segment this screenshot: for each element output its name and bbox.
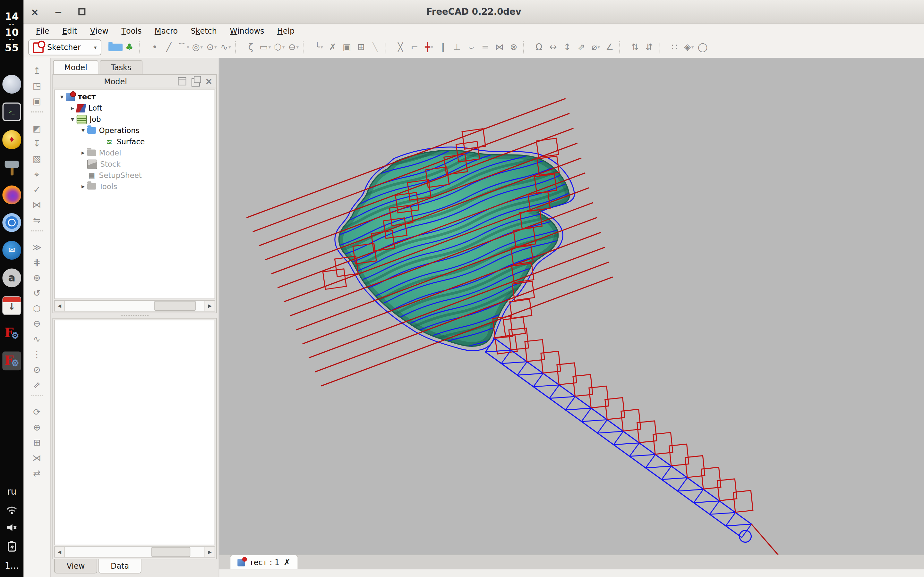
extend-edge-icon[interactable]: ▣ [340, 40, 354, 55]
create-polyline-icon[interactable]: ζ [244, 40, 258, 55]
tab-data[interactable]: Data [98, 559, 141, 574]
tree-row[interactable]: ▼ тест [55, 91, 215, 103]
constraint-symmetry-icon[interactable]: ⋈ [493, 40, 507, 55]
stop-operation-icon[interactable]: ◯ [696, 40, 710, 55]
teapot-app-icon[interactable]: ♦ [2, 130, 21, 149]
tab-model[interactable]: Model [53, 60, 99, 74]
create-polygon-icon[interactable]: ⬡▾ [272, 40, 286, 55]
freecad-active-app-icon[interactable]: F [2, 351, 21, 370]
battery-icon[interactable] [6, 540, 17, 552]
workbench-selector[interactable]: Sketcher ▾ [28, 39, 102, 55]
constraint-lock-icon[interactable]: Ω [532, 40, 546, 55]
create-conic-icon[interactable]: ⊙▾ [204, 40, 218, 55]
document-tab[interactable]: тест : 1 ✗ [230, 554, 298, 569]
menu-view[interactable]: View [84, 24, 115, 37]
menu-macro[interactable]: Macro [148, 24, 184, 37]
tab-tasks[interactable]: Tasks [99, 60, 142, 74]
toolbar-separator[interactable] [235, 41, 242, 54]
fillet-icon[interactable]: ╰▾ [312, 40, 326, 55]
constraint-parallel-icon[interactable]: ∥ [436, 40, 450, 55]
tree-row[interactable]: ▶ Tools [55, 181, 215, 192]
create-slot-icon[interactable]: ⊖▾ [286, 40, 300, 55]
scroll-track[interactable] [64, 547, 205, 557]
external-geometry-icon[interactable]: ⊞ [354, 40, 368, 55]
toggle-driving-constraint-icon[interactable]: ⇅ [628, 40, 642, 55]
create-point-icon[interactable]: • [148, 40, 162, 55]
toolbar-separator[interactable] [384, 41, 391, 54]
menu-tools[interactable]: Tools [115, 24, 148, 37]
toolbar-separator[interactable] [523, 41, 530, 54]
toggle-active-constraint-icon[interactable]: ⇵ [642, 40, 656, 55]
constraint-block-icon[interactable]: ⊗ [507, 40, 521, 55]
panel-dock-icon[interactable] [178, 77, 186, 85]
constraint-tangent-icon[interactable]: ⌣ [464, 40, 478, 55]
scroll-left-arrow[interactable]: ◀ [55, 547, 64, 557]
dock-export-icon[interactable]: ↥ [29, 63, 45, 79]
panel-splitter[interactable] [51, 313, 218, 318]
select-elements-icon[interactable]: ∷ [668, 40, 682, 55]
tree-expander[interactable]: ▼ [69, 117, 76, 122]
dock-ruler-icon[interactable]: ⋕ [29, 255, 45, 270]
dock-view-box-icon[interactable]: ▣ [29, 93, 45, 109]
edit-array-icon[interactable]: ◈▾ [682, 40, 696, 55]
dock-ellipse-tools-icon[interactable]: ⊛ [29, 270, 45, 285]
toolbar-separator[interactable] [303, 41, 309, 54]
constraint-perpendicular-icon[interactable]: ⊥ [450, 40, 464, 55]
constraint-symmetric-icon[interactable]: ╪▾ [422, 40, 436, 55]
toolbar-separator[interactable] [659, 41, 665, 54]
tree-row[interactable]: ▤ SetupSheet [55, 169, 215, 181]
dock-bspline-tools-icon[interactable]: ∿ [29, 332, 45, 347]
constraint-coincident-icon[interactable]: ╳ [394, 40, 408, 55]
dock-view-section-icon[interactable]: ◳ [29, 78, 45, 93]
dock-spacing-icon[interactable]: ⋮ [29, 347, 45, 362]
menu-edit[interactable]: Edit [56, 24, 84, 37]
property-horizontal-scrollbar[interactable]: ◀ ▶ [54, 546, 215, 558]
dock-mirror-sketch-icon[interactable]: ⇋ [29, 213, 45, 228]
freecad-app-icon[interactable]: F [2, 324, 21, 343]
dock-merge-sketches-icon[interactable]: ⋈ [29, 197, 45, 213]
hammer-app-icon[interactable] [2, 158, 21, 177]
create-line-icon[interactable]: ╱ [162, 40, 176, 55]
dock-box-icon[interactable]: ▧ [29, 151, 45, 167]
dock-extend-icon[interactable]: ⇗ [29, 377, 45, 393]
tree-expander[interactable]: ▼ [58, 95, 65, 99]
dock-swap-icon[interactable]: ⇄ [29, 466, 45, 481]
open-folder-icon[interactable] [108, 44, 123, 51]
constraint-point-on-object-icon[interactable]: ⌐ [408, 40, 422, 55]
trim-edge-icon[interactable]: ✗ [326, 40, 340, 55]
title-bar[interactable]: × − FreeCAD 0.22.0dev [23, 0, 924, 24]
toolbar-separator[interactable] [619, 41, 626, 54]
tree-row[interactable]: Stock [55, 158, 215, 169]
construction-mode-icon[interactable]: ╲ [368, 40, 383, 55]
tree-row[interactable]: ▶ Loft [55, 103, 215, 114]
constraint-angle-icon[interactable]: ∠ [603, 40, 617, 55]
plant-icon[interactable]: ♣ [123, 40, 137, 55]
chromium-app-icon[interactable] [2, 213, 21, 232]
constraint-distance-icon[interactable]: ⇗ [575, 40, 589, 55]
scroll-thumb[interactable] [154, 301, 196, 311]
panel-float-icon[interactable] [192, 78, 200, 86]
menu-help[interactable]: Help [271, 24, 301, 37]
viewport-canvas[interactable] [219, 58, 924, 556]
scroll-right-arrow[interactable]: ▶ [205, 301, 214, 311]
volume-muted-icon[interactable] [6, 523, 18, 532]
tree-row[interactable]: ▼ Operations [55, 125, 215, 136]
firefox-app-icon[interactable] [2, 185, 21, 204]
dock-join-icon[interactable]: ⋊ [29, 450, 45, 466]
menu-sketch[interactable]: Sketch [184, 24, 223, 37]
tab-view[interactable]: View [54, 559, 97, 574]
dock-period-icon[interactable]: ⊘ [29, 362, 45, 378]
amarok-app-icon[interactable]: a [2, 268, 21, 287]
create-arc-icon[interactable]: ⌒▾ [176, 40, 190, 55]
thunderbird-app-icon[interactable]: ✉ [2, 241, 21, 259]
tree-expander[interactable]: ▼ [79, 128, 87, 133]
dock-circular-pattern-icon[interactable]: ⟳ [29, 405, 45, 420]
toolbar-separator[interactable] [139, 41, 145, 54]
menu-file[interactable]: File [29, 24, 56, 37]
tree-expander[interactable]: ▶ [69, 106, 76, 111]
tree-expander[interactable]: ▶ [79, 184, 87, 189]
dock-separator[interactable] [31, 395, 43, 402]
scroll-left-arrow[interactable]: ◀ [55, 301, 64, 311]
dock-hexagon-tools-icon[interactable]: ⬡ [29, 301, 45, 316]
dock-new-sketch-icon[interactable]: ◩ [29, 121, 45, 136]
